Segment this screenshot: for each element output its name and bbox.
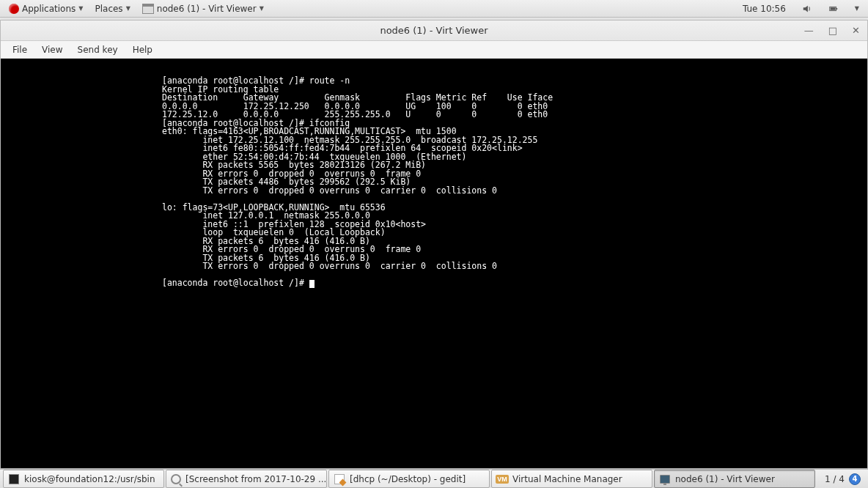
taskbar-item[interactable]: [Screenshot from 2017-10-29 ... — [166, 470, 327, 488]
taskbar-item[interactable]: node6 (1) - Virt Viewer — [654, 470, 815, 488]
places-label: Places — [95, 4, 122, 14]
menu-help[interactable]: Help — [127, 43, 158, 56]
bottom-taskbar: kiosk@foundation12:/usr/sbin[Screenshot … — [0, 469, 868, 488]
terminal-icon — [8, 473, 20, 485]
workspace-badge: 4 — [849, 473, 861, 485]
user-menu[interactable]: ▼ — [850, 5, 864, 12]
applications-label: Applications — [22, 4, 76, 14]
taskbar-item-label: node6 (1) - Virt Viewer — [675, 474, 775, 484]
window-title: node6 (1) - Virt Viewer — [380, 25, 488, 36]
taskbar-item-label: kiosk@foundation12:/usr/sbin — [24, 474, 155, 484]
menu-view[interactable]: View — [36, 43, 68, 56]
taskbar-item[interactable]: [dhcp (~/Desktop) - gedit] — [328, 470, 490, 488]
battery-icon[interactable] — [824, 4, 843, 14]
window-titlebar[interactable]: node6 (1) - Virt Viewer — □ ✕ — [1, 21, 867, 41]
clock[interactable]: Tue 10:56 — [738, 4, 790, 14]
svg-rect-1 — [836, 8, 837, 10]
window-icon — [142, 4, 154, 14]
redhat-icon — [9, 4, 19, 14]
chevron-down-icon: ▼ — [260, 5, 264, 12]
monitor-icon — [659, 473, 671, 485]
top-panel: Applications ▼ Places ▼ node6 (1) - Virt… — [0, 0, 868, 18]
menu-file[interactable]: File — [7, 43, 33, 56]
gedit-icon — [334, 473, 345, 485]
taskbar-item-label: [dhcp (~/Desktop) - gedit] — [350, 474, 466, 484]
maximize-button[interactable]: □ — [825, 23, 840, 37]
taskbar-item-label: Virtual Machine Manager — [512, 474, 622, 484]
terminal-output: [anaconda root@localhost /]# route -n Ke… — [1, 75, 867, 288]
taskbar-item-label: [Screenshot from 2017-10-29 ... — [185, 474, 326, 484]
volume-icon[interactable] — [798, 4, 817, 14]
magnifier-icon — [171, 473, 181, 485]
workspace-switcher[interactable]: 1 / 4 4 — [820, 470, 865, 488]
close-button[interactable]: ✕ — [849, 23, 863, 37]
menubar: File View Send key Help — [1, 41, 867, 59]
workspace-label: 1 / 4 — [825, 474, 845, 484]
taskbar-item[interactable]: VMVirtual Machine Manager — [491, 470, 652, 488]
chevron-down-icon: ▼ — [78, 5, 83, 12]
places-menu[interactable]: Places ▼ — [90, 4, 134, 14]
minimize-button[interactable]: — — [801, 23, 817, 37]
chevron-down-icon: ▼ — [855, 5, 859, 12]
running-app-label: node6 (1) - Virt Viewer — [157, 4, 257, 14]
clock-label: Tue 10:56 — [743, 4, 786, 14]
running-app-menu[interactable]: node6 (1) - Virt Viewer ▼ — [138, 4, 268, 14]
menu-sendkey[interactable]: Send key — [72, 43, 124, 56]
applications-menu[interactable]: Applications ▼ — [4, 4, 87, 14]
chevron-down-icon: ▼ — [126, 5, 130, 12]
virt-viewer-window: node6 (1) - Virt Viewer — □ ✕ File View … — [0, 20, 868, 469]
taskbar-item[interactable]: kiosk@foundation12:/usr/sbin — [3, 470, 164, 488]
vmm-icon: VM — [496, 473, 508, 485]
svg-rect-2 — [830, 7, 835, 10]
terminal-viewport[interactable]: [anaconda root@localhost /]# route -n Ke… — [1, 59, 867, 468]
